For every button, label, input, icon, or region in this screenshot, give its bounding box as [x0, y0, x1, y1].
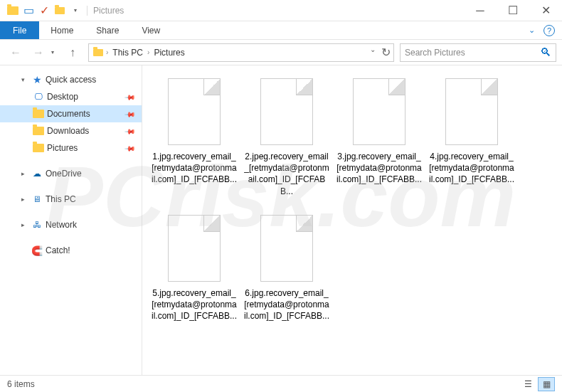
desktop-label: Desktop [47, 92, 78, 102]
breadcrumb-pictures[interactable]: Pictures [151, 48, 187, 58]
status-bar: 6 items ☰ ▦ [0, 375, 562, 392]
app-icon[interactable] [6, 3, 20, 18]
pc-icon: 🖥 [31, 194, 43, 205]
file-icon [168, 215, 221, 282]
file-icon [260, 215, 313, 282]
file-item[interactable]: 6.jpg.recovery_email_[retmydata@protonma… [240, 211, 333, 347]
qat-new-folder-icon[interactable] [53, 3, 67, 18]
folder-icon [33, 125, 44, 137]
file-icon [168, 78, 221, 145]
sidebar-network[interactable]: ▸ 🖧 Network [0, 216, 142, 233]
file-name: 5.jpg.recovery_email_[retmydata@protonma… [151, 287, 238, 322]
folder-icon [33, 142, 44, 154]
magnet-icon: 🧲 [31, 245, 43, 256]
ribbon-expand-icon[interactable]: ⌄ [529, 26, 535, 35]
caret-right-icon: ▸ [21, 221, 28, 228]
pin-icon: 📌 [124, 91, 136, 102]
file-list[interactable]: 1.jpg.recovery_email_[retmydata@protonma… [142, 65, 562, 375]
onedrive-label: OneDrive [46, 169, 82, 179]
address-bar[interactable]: › This PC › Pictures ⌄ ↻ [88, 43, 394, 62]
file-icon [353, 78, 405, 145]
catch-label: Catch! [46, 245, 70, 255]
navigation-pane: ▾ ★ Quick access 🖵 Desktop 📌 Documents 📌… [0, 65, 142, 375]
caret-down-icon: ▾ [21, 76, 28, 83]
caret-right-icon: ▸ [21, 196, 28, 203]
file-name: 3.jpg.recovery_email_[retmydata@protonma… [336, 151, 423, 186]
cloud-icon: ☁ [31, 168, 43, 179]
pictures-label: Pictures [47, 143, 78, 153]
sidebar-thispc[interactable]: ▸ 🖥 This PC [0, 191, 142, 208]
history-dropdown[interactable]: ▾ [51, 49, 60, 55]
file-item[interactable]: 3.jpg.recovery_email_[retmydata@protonma… [333, 74, 425, 211]
network-label: Network [46, 220, 77, 230]
sidebar-item-downloads[interactable]: Downloads 📌 [0, 122, 142, 139]
search-placeholder: Search Pictures [405, 48, 540, 58]
up-button[interactable]: ↑ [63, 43, 83, 63]
network-icon: 🖧 [31, 219, 43, 231]
breadcrumb-thispc[interactable]: This PC [110, 48, 146, 58]
address-dropdown-icon[interactable]: ⌄ [370, 46, 376, 59]
desktop-icon: 🖵 [33, 91, 44, 102]
search-box[interactable]: Search Pictures 🔍︎ [400, 43, 556, 62]
file-item[interactable]: 5.jpg.recovery_email_[retmydata@protonma… [148, 211, 240, 347]
ribbon: File Home Share View ⌄ ? [0, 21, 562, 40]
close-button[interactable]: ✕ [529, 0, 562, 21]
quick-access-label: Quick access [46, 75, 96, 85]
back-button[interactable]: ← [6, 43, 26, 63]
sidebar-onedrive[interactable]: ▸ ☁ OneDrive [0, 165, 142, 182]
minimize-button[interactable]: ─ [464, 0, 497, 21]
sidebar-item-documents[interactable]: Documents 📌 [0, 105, 142, 122]
ribbon-tab-home[interactable]: Home [39, 21, 85, 39]
downloads-label: Downloads [47, 126, 89, 136]
ribbon-file-tab[interactable]: File [0, 21, 39, 39]
sidebar-item-desktop[interactable]: 🖵 Desktop 📌 [0, 88, 142, 105]
sidebar-item-pictures[interactable]: Pictures 📌 [0, 139, 142, 157]
file-item[interactable]: 2.jpeg.recovery_email_[retmydata@protonm… [240, 74, 333, 211]
maximize-button[interactable]: ☐ [497, 0, 529, 21]
qat-properties-icon[interactable]: ▭ [21, 3, 36, 18]
refresh-icon[interactable]: ↻ [381, 46, 391, 59]
item-count: 6 items [7, 379, 35, 389]
file-name: 6.jpg.recovery_email_[retmydata@protonma… [243, 287, 330, 322]
sidebar-catch[interactable]: ▸ 🧲 Catch! [0, 242, 142, 259]
file-name: 2.jpeg.recovery_email_[retmydata@protonm… [243, 151, 330, 197]
location-folder-icon [92, 46, 105, 59]
star-icon: ★ [31, 74, 43, 85]
breadcrumb-sep: › [146, 48, 151, 56]
sidebar-quick-access[interactable]: ▾ ★ Quick access [0, 71, 142, 88]
file-item[interactable]: 1.jpg.recovery_email_[retmydata@protonma… [148, 74, 240, 211]
forward-button[interactable]: → [28, 43, 48, 63]
help-icon[interactable]: ? [544, 25, 555, 36]
file-name: 4.jpg.recovery_email_[retmydata@protonma… [428, 151, 515, 186]
icons-view-button[interactable]: ▦ [538, 377, 555, 391]
caret-right-icon: ▸ [21, 170, 28, 177]
breadcrumb-sep: › [105, 48, 110, 56]
qat-dropdown-icon[interactable]: ▾ [68, 3, 83, 18]
file-icon [445, 78, 498, 145]
pin-icon: 📌 [124, 108, 136, 120]
pin-icon: 📌 [124, 125, 136, 137]
documents-label: Documents [47, 109, 90, 119]
search-icon[interactable]: 🔍︎ [540, 46, 551, 59]
title-bar: ▭ ✓ ▾ Pictures ─ ☐ ✕ [0, 0, 562, 21]
ribbon-tab-share[interactable]: Share [85, 21, 130, 39]
navigation-bar: ← → ▾ ↑ › This PC › Pictures ⌄ ↻ Search … [0, 40, 562, 65]
qat-check-icon[interactable]: ✓ [37, 3, 51, 18]
file-icon [260, 78, 313, 145]
ribbon-tab-view[interactable]: View [130, 21, 171, 39]
details-view-button[interactable]: ☰ [519, 377, 536, 391]
window-title: Pictures [87, 6, 124, 16]
folder-icon [33, 108, 44, 120]
file-item[interactable]: 4.jpg.recovery_email_[retmydata@protonma… [425, 74, 518, 211]
file-name: 1.jpg.recovery_email_[retmydata@protonma… [151, 151, 238, 186]
thispc-label: This PC [46, 194, 76, 204]
pin-icon: 📌 [124, 142, 136, 154]
